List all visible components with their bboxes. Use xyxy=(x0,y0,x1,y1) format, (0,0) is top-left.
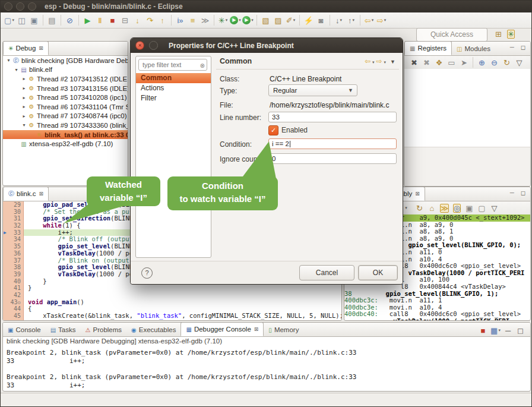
debug-icon[interactable]: ✳▾ xyxy=(217,14,229,26)
step-into-icon[interactable]: ↓ xyxy=(131,14,144,26)
debug-tree-row[interactable]: ▸⚙Thread #7 1073408744 (ipc0) (Suspend xyxy=(3,112,128,121)
debug-tree-row[interactable]: ▾▤blink.elf xyxy=(3,65,128,75)
pointer-icon[interactable]: ➤ xyxy=(458,56,470,68)
pin-icon[interactable]: ▭ xyxy=(445,56,458,68)
remove-icon[interactable]: ✖ xyxy=(408,56,420,68)
tab-problems[interactable]: ⚠Problems xyxy=(81,323,127,336)
binary-icon[interactable]: ▤ xyxy=(46,14,58,26)
tab-registers[interactable]: ▦ Registers xyxy=(404,41,452,55)
tab-memory[interactable]: ▯Memory xyxy=(264,323,303,336)
debug-tree-row[interactable]: ▸⚙Thread #3 1073413156 (IDLE) (Suspended… xyxy=(3,84,128,93)
line-number[interactable]: 40 xyxy=(3,278,24,285)
line-number[interactable]: 32 xyxy=(3,222,24,229)
forward-icon[interactable]: ⇨▾ xyxy=(375,14,388,26)
forward-icon[interactable]: ⇨ xyxy=(376,57,382,65)
line-number[interactable]: 38 xyxy=(3,264,24,271)
line-number[interactable]: 30 xyxy=(3,209,24,216)
expand-icon[interactable]: ⊕ xyxy=(476,56,488,68)
line-number[interactable]: 31 xyxy=(3,215,24,222)
code-line[interactable]: 41} xyxy=(3,285,341,292)
minimize-icon[interactable]: ─ xyxy=(502,324,514,336)
prev-annotation-icon[interactable]: ↑▾ xyxy=(345,14,357,26)
tab-blink-c[interactable]: ⓒ blink.c ⊠ xyxy=(3,187,49,201)
sync-active-icon[interactable]: ≫ xyxy=(438,202,451,214)
view-menu-icon[interactable]: ▼ xyxy=(390,59,395,65)
drop-to-frame-icon[interactable]: ≡ xyxy=(186,14,199,26)
enabled-checkbox[interactable]: ✓ xyxy=(268,125,278,135)
debug-tree-row[interactable]: ▸⚙Thread #5 1073410208 (ipc1) (Suspended… xyxy=(3,93,128,102)
view-menu-icon[interactable]: ▽ xyxy=(513,56,525,68)
fold-icon[interactable]: ⊝ xyxy=(18,299,21,305)
show-source-icon[interactable]: ◎ xyxy=(451,202,463,214)
twisty-icon[interactable]: ▾ xyxy=(5,58,12,63)
line-number[interactable]: 33▶ xyxy=(3,229,24,236)
restore-icon[interactable]: ↻ xyxy=(501,56,513,68)
code-line[interactable]: 45 xTaskCreate(&blink_task, "blink_task"… xyxy=(3,313,341,320)
save-icon[interactable]: ◫ xyxy=(15,14,28,26)
step-filters-icon[interactable]: ≫ xyxy=(199,14,211,26)
ok-button[interactable]: OK xyxy=(358,265,398,280)
debug-tree-row[interactable]: ▾ⓒblink checking [GDB Hardware Debugging… xyxy=(3,56,128,65)
debug-tree-row[interactable]: ▸⚙Thread #6 1073431104 (Tmr Svc) (Susp xyxy=(3,102,128,112)
tab-executables[interactable]: ◉Executables xyxy=(126,323,180,336)
ignore-count-input[interactable] xyxy=(268,153,397,164)
dialog-nav-item-actions[interactable]: Actions xyxy=(136,83,211,93)
home-icon[interactable]: ⌂ xyxy=(426,202,438,214)
dialog-close-icon[interactable]: ✕ xyxy=(135,41,144,50)
suspend-icon[interactable]: Ⅱ xyxy=(94,14,106,26)
next-annotation-icon[interactable]: ↓▾ xyxy=(332,14,345,26)
terminate-icon[interactable]: ■ xyxy=(106,14,119,26)
terminate-icon[interactable]: ■ xyxy=(477,324,489,336)
close-icon[interactable]: ⊠ xyxy=(254,326,259,332)
open-perspective-icon[interactable]: ⊞ xyxy=(492,28,505,40)
step-over-icon[interactable]: ↷ xyxy=(144,14,156,26)
twisty-icon[interactable]: ▸ xyxy=(21,86,27,91)
chevron-down-icon[interactable]: ▾ xyxy=(403,202,410,214)
twisty-icon[interactable]: ▸ xyxy=(21,76,27,81)
close-icon[interactable]: ⊠ xyxy=(415,191,420,197)
disassembly-line[interactable]: vTaskDelay(1000 / portTICK_PERI xyxy=(344,318,530,321)
debug-perspective-icon[interactable]: ✳ xyxy=(505,28,517,40)
line-number[interactable] xyxy=(3,320,24,321)
debug-tree-row[interactable]: ▸⚙Thread #2 1073413512 (IDLE : Running) xyxy=(3,74,128,84)
debug-tree-row[interactable]: ▾⚙Thread #9 1073433360 (blink_task : S xyxy=(3,121,128,130)
view-menu-icon[interactable]: ▽ xyxy=(488,202,501,214)
filter-input[interactable] xyxy=(138,59,207,71)
run-icon[interactable]: ▶▾ xyxy=(229,14,242,26)
disconnect-icon[interactable]: ⊟ xyxy=(119,14,131,26)
window-minimize-icon[interactable] xyxy=(16,2,24,11)
tab-modules[interactable]: ◫ Modules xyxy=(452,42,495,55)
clear-filter-icon[interactable]: ⊗ xyxy=(200,62,205,69)
help-button[interactable]: ? xyxy=(141,267,153,279)
show-registers-icon[interactable]: ❖ xyxy=(433,56,445,68)
flash-icon[interactable]: ⚡ xyxy=(302,14,315,26)
tab-tasks[interactable]: ▤Tasks xyxy=(46,323,81,336)
remove-all-icon[interactable]: ✖ xyxy=(420,56,433,68)
maximize-icon[interactable]: ◻ xyxy=(514,324,527,336)
back-icon[interactable]: ⇦ xyxy=(365,57,370,65)
line-number[interactable]: 34 xyxy=(3,236,24,243)
refresh-icon[interactable]: ↻ xyxy=(413,202,426,214)
chevron-down-icon[interactable]: ▾ xyxy=(372,60,375,64)
new-view-icon[interactable]: ▣ xyxy=(463,202,476,214)
external-tools-icon[interactable]: ▶▾ xyxy=(242,14,254,26)
line-number[interactable]: 37 xyxy=(3,257,24,264)
debug-tree-row[interactable]: ≡blink_task() at blink.c:33 0x400dbc2b xyxy=(3,130,128,140)
tab-debugger-console[interactable]: ▦Debugger Console⊠ xyxy=(180,322,264,336)
tab-debug[interactable]: ✳ Debug ⊠ xyxy=(3,41,49,55)
line-number[interactable]: 39 xyxy=(3,271,24,278)
dialog-nav-item-filter[interactable]: Filter xyxy=(136,93,211,103)
code-line[interactable]: 43⊝void app_main() xyxy=(3,299,341,306)
window-close-icon[interactable] xyxy=(4,2,12,11)
collapse-icon[interactable]: ⊖ xyxy=(488,56,501,68)
line-number-input[interactable] xyxy=(268,112,397,122)
instruction-stepping-icon[interactable]: i» xyxy=(174,14,186,26)
save-all-icon[interactable]: ▣ xyxy=(28,14,40,26)
display-console-icon[interactable]: ▦▾ xyxy=(489,324,502,336)
tab-console[interactable]: ▣Console xyxy=(3,323,46,336)
resume-icon[interactable]: ▶ xyxy=(81,14,94,26)
line-number[interactable]: 41 xyxy=(3,285,24,292)
twisty-icon[interactable]: ▾ xyxy=(13,67,20,72)
line-number[interactable]: 29 xyxy=(3,201,24,209)
chevron-down-icon[interactable]: ▾ xyxy=(384,60,387,64)
